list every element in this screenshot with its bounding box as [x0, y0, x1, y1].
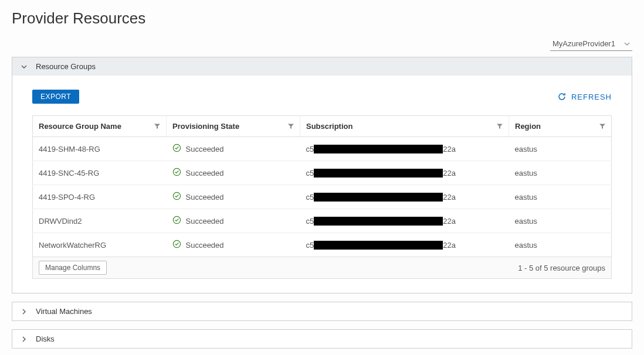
col-header-state[interactable]: Provisioning State [167, 116, 300, 137]
state-text: Succeeded [186, 217, 224, 226]
cell-state: Succeeded [167, 185, 300, 209]
success-icon [172, 168, 186, 178]
subscription-prefix: c5 [306, 169, 314, 178]
table-row[interactable]: 4419-SHM-48-RGSucceededc522aeastus [33, 137, 612, 161]
cell-region: eastus [509, 161, 612, 185]
subscription-suffix: 22a [443, 217, 456, 226]
success-icon [172, 192, 186, 202]
cell-region: eastus [509, 209, 612, 233]
resource-groups-table: Resource Group Name Provisioning State [32, 115, 612, 257]
cell-subscription: c522a [300, 161, 509, 185]
state-text: Succeeded [186, 169, 224, 178]
redacted-block [314, 169, 443, 178]
provider-select-value: MyAzureProvider1 [553, 39, 621, 48]
panel-virtual-machines: Virtual Machines [12, 302, 632, 321]
success-icon [172, 216, 186, 226]
manage-columns-button[interactable]: Manage Columns [39, 261, 107, 275]
cell-name: DRWVDind2 [33, 209, 167, 233]
chevron-down-icon [21, 63, 28, 70]
success-icon [172, 240, 186, 250]
subscription-suffix: 22a [443, 169, 456, 178]
subscription-suffix: 22a [443, 193, 456, 202]
chevron-right-icon [21, 336, 28, 343]
table-footer: Manage Columns 1 - 5 of 5 resource group… [32, 257, 612, 279]
redacted-block [314, 145, 443, 153]
subscription-prefix: c5 [306, 193, 314, 202]
state-text: Succeeded [186, 241, 224, 250]
chevron-down-icon [624, 41, 630, 47]
subscription-prefix: c5 [306, 217, 314, 226]
filter-icon[interactable] [497, 122, 503, 131]
filter-icon[interactable] [154, 122, 160, 131]
state-text: Succeeded [186, 193, 224, 202]
panel-title: Resource Groups [36, 62, 96, 71]
col-header-name-label: Resource Group Name [39, 122, 121, 131]
page-title: Provider Resources [12, 9, 632, 28]
export-button[interactable]: EXPORT [32, 90, 79, 104]
table-row[interactable]: DRWVDind2Succeededc522aeastus [33, 209, 612, 233]
refresh-label: REFRESH [571, 93, 612, 101]
svg-point-0 [173, 144, 180, 151]
svg-point-4 [173, 240, 180, 247]
cell-region: eastus [509, 185, 612, 209]
provider-select[interactable]: MyAzureProvider1 [550, 38, 632, 51]
cell-subscription: c522a [300, 185, 509, 209]
table-row[interactable]: 4419-SNC-45-RGSucceededc522aeastus [33, 161, 612, 185]
col-header-name[interactable]: Resource Group Name [33, 116, 167, 137]
cell-state: Succeeded [167, 209, 300, 233]
row-count-text: 1 - 5 of 5 resource groups [518, 264, 605, 272]
redacted-block [314, 193, 443, 202]
subscription-prefix: c5 [306, 241, 314, 250]
svg-point-1 [173, 168, 180, 175]
cell-name: 4419-SHM-48-RG [33, 137, 167, 161]
panel-header-virtual-machines[interactable]: Virtual Machines [12, 302, 632, 320]
subscription-suffix: 22a [443, 241, 456, 250]
panel-header-resource-groups[interactable]: Resource Groups [12, 57, 632, 76]
col-header-subscription[interactable]: Subscription [300, 116, 509, 137]
cell-region: eastus [509, 233, 612, 257]
redacted-block [314, 241, 443, 250]
table-row[interactable]: 4419-SPO-4-RGSucceededc522aeastus [33, 185, 612, 209]
redacted-block [314, 217, 443, 226]
filter-icon[interactable] [288, 122, 294, 131]
filter-icon[interactable] [599, 122, 605, 131]
cell-subscription: c522a [300, 209, 509, 233]
chevron-right-icon [21, 308, 28, 315]
cell-state: Succeeded [167, 161, 300, 185]
panel-header-disks[interactable]: Disks [12, 330, 632, 348]
panel-title: Virtual Machines [36, 307, 92, 316]
col-header-subscription-label: Subscription [306, 122, 352, 131]
col-header-state-label: Provisioning State [172, 122, 239, 131]
svg-point-3 [173, 216, 180, 223]
cell-state: Succeeded [167, 137, 300, 161]
table-row[interactable]: NetworkWatcherRGSucceededc522aeastus [33, 233, 612, 257]
panel-title: Disks [36, 334, 55, 343]
success-icon [172, 144, 186, 154]
col-header-region-label: Region [515, 122, 541, 131]
subscription-prefix: c5 [306, 145, 314, 153]
cell-name: NetworkWatcherRG [33, 233, 167, 257]
cell-name: 4419-SPO-4-RG [33, 185, 167, 209]
cell-state: Succeeded [167, 233, 300, 257]
cell-subscription: c522a [300, 233, 509, 257]
panel-resource-groups: Resource Groups EXPORT REFRESH [12, 57, 632, 293]
cell-region: eastus [509, 137, 612, 161]
col-header-region[interactable]: Region [509, 116, 612, 137]
subscription-suffix: 22a [443, 145, 456, 153]
state-text: Succeeded [186, 145, 224, 153]
refresh-icon [557, 92, 567, 101]
cell-name: 4419-SNC-45-RG [33, 161, 167, 185]
refresh-button[interactable]: REFRESH [557, 92, 612, 101]
panel-disks: Disks [12, 329, 632, 349]
cell-subscription: c522a [300, 137, 509, 161]
svg-point-2 [173, 192, 180, 199]
